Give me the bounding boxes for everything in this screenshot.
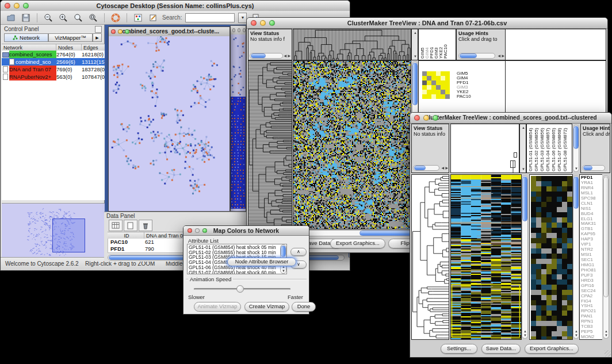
scroll-down-arrow-icon[interactable]: ▼ [522,167,525,171]
tab-overflow-arrow[interactable]: ▶ [93,33,102,42]
close-button[interactable] [414,115,420,121]
tv1-column-dendrogram[interactable] [293,29,411,60]
tv1-export-graphics-button[interactable]: Export Graphics... [330,239,385,248]
network-tree-row[interactable]: RNAPuberNov2+ 563(0) 107847(0) [2,73,105,81]
tv2-genelist-vscrollbar[interactable]: ▲ ▼ [603,175,609,339]
select-attributes-icon[interactable] [109,220,123,231]
tab-network[interactable]: Network [4,33,48,42]
scroll-down-arrow-icon[interactable]: ▼ [523,334,527,337]
minimize-button[interactable] [260,20,266,26]
close-button[interactable] [251,20,257,26]
network-view-window-2[interactable] [230,25,246,212]
tv2-zoom-heatmap-panel[interactable] [529,174,573,340]
cluster-summary-matrix[interactable] [422,71,450,99]
heatmap-canvas[interactable] [451,175,521,339]
network-tree-row[interactable]: combined_scores 2764(0) 16218(0) [2,51,105,58]
create-vizmap-button[interactable]: Create Vizmap [244,302,289,312]
search-input[interactable] [185,13,235,22]
minimize-button[interactable] [238,28,240,32]
gene-label[interactable]: MON2 [581,335,602,339]
tab-vizmapper[interactable]: VizMapper™ [48,33,93,42]
resize-grip[interactable] [605,350,611,357]
tv1-status-hscrollbar[interactable] [250,53,283,59]
network-graph-canvas[interactable] [109,36,230,211]
inactive-title-bar[interactable] [231,26,246,35]
treeview2-title-bar[interactable]: ClusterMaker TreeView : combined_scores_… [410,113,611,124]
annotation-icon[interactable] [147,13,159,23]
column-dendrogram-canvas[interactable] [293,29,411,60]
done-button[interactable]: Done [292,302,316,312]
scroll-thumb[interactable] [573,177,579,209]
help-ring-icon[interactable] [110,13,121,23]
zoom-heatmap-canvas[interactable] [530,175,572,339]
tv2-heatmap-panel[interactable] [450,174,522,340]
save-session-button[interactable] [20,13,32,23]
scroll-up-arrow-icon[interactable]: ▲ [605,329,608,333]
minimize-button[interactable] [14,3,20,9]
attribute-list-item[interactable]: GPL51-07 (GSM868) heat shock 60 min [189,270,285,274]
scroll-right-arrow-icon[interactable]: ▶ [445,166,448,170]
network-tree-row[interactable]: DNA and Tran 07 769(0) 183728(0) [2,66,105,73]
scroll-thumb[interactable] [573,126,579,149]
row-dendrogram-canvas[interactable] [248,61,292,229]
scroll-left-arrow-icon[interactable]: ◀ [441,166,444,170]
zoom-button[interactable] [202,228,207,233]
heatmap-canvas[interactable] [293,61,411,229]
scroll-right-arrow-icon[interactable]: ▶ [502,54,504,58]
scroll-down-arrow-icon[interactable]: ▼ [605,334,608,337]
close-button[interactable] [232,28,235,32]
treeview1-title-bar[interactable]: ClusterMaker TreeView : DNA and Tran 07-… [247,18,607,29]
scroll-thumb[interactable] [281,246,286,257]
row-dendrogram-canvas[interactable] [412,175,449,339]
zoom-fit-icon[interactable] [87,13,99,23]
speed-slider-thumb[interactable] [236,285,244,293]
minimize-button[interactable] [195,228,200,233]
zoom-button[interactable] [23,3,29,9]
tv2-settings-button[interactable]: Settings... [441,344,477,354]
scroll-up-arrow-icon[interactable]: ▲ [414,31,417,35]
zoom-selected-icon[interactable] [72,13,84,23]
tv1-hints-hscrollbar[interactable] [458,53,495,59]
scroll-thumb[interactable] [412,63,418,105]
scroll-left-arrow-icon[interactable]: ◀ [498,54,500,58]
delete-attribute-trash-icon[interactable] [139,220,152,231]
tv2-status-hscrollbar[interactable] [413,165,439,171]
minimize-button[interactable] [118,29,123,34]
minimize-button[interactable] [423,115,429,121]
network-view-title-bar[interactable]: combined_scores_good.txt--cluste... [109,27,230,37]
zoom-button[interactable] [125,29,129,34]
scroll-down-arrow-icon[interactable]: ▼ [414,55,417,58]
scroll-thumb[interactable] [414,166,426,170]
move-up-button[interactable]: ∧ [290,248,307,256]
scroll-thumb[interactable] [603,177,609,297]
tv2-hints-hscrollbar[interactable] [582,165,605,171]
scroll-down-arrow-icon[interactable]: ▼ [575,167,578,170]
tv2-heatmap-vscrollbar[interactable]: ▲ ▼ [522,175,528,339]
close-button[interactable] [188,228,192,233]
scroll-up-arrow-icon[interactable]: ▲ [523,329,527,333]
vizmapper-icon[interactable] [132,13,144,23]
scroll-left-arrow-icon[interactable]: ◀ [284,54,286,58]
zoom-out-icon[interactable] [43,13,54,23]
scroll-thumb[interactable] [460,53,477,58]
scroll-thumb[interactable] [522,177,527,221]
tv2-export-graphics-button[interactable]: Export Graphics... [525,344,579,354]
scroll-down-arrow-icon[interactable]: ▼ [282,269,285,273]
tv1-heatmap-panel[interactable] [293,60,411,229]
animate-vizmap-button[interactable]: Animate Vizmap [194,302,241,312]
tv1-dendro-scroll-strip[interactable]: ▲ ▼ [411,29,418,60]
network-overview-thumbnail[interactable] [2,204,105,258]
column-dendrogram-canvas[interactable] [451,124,519,173]
close-button[interactable] [111,29,116,34]
new-attribute-icon[interactable] [124,220,137,231]
tv1-row-dendrogram[interactable] [248,60,292,229]
tv2-save-data-button[interactable]: Save Data... [481,344,521,354]
scroll-thumb[interactable] [251,53,266,58]
open-session-button[interactable] [5,13,17,23]
scroll-up-arrow-icon[interactable]: ▲ [522,126,525,129]
node-attribute-browser-button[interactable]: Node Attribute Browser [227,258,296,266]
network-overview-panel[interactable] [2,203,105,258]
zoom-button[interactable] [269,20,275,26]
zoom-button[interactable] [433,115,438,121]
scroll-up-arrow-icon[interactable]: ▲ [575,329,578,333]
